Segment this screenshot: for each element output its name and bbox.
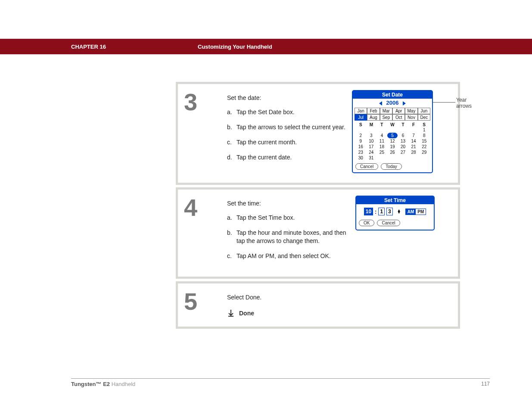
callout-label: Year arrows: [456, 97, 472, 109]
year-next-icon[interactable]: [403, 101, 406, 106]
calendar-day: [387, 127, 398, 133]
year-value: 2006: [386, 100, 399, 106]
calendar-day: [408, 127, 419, 133]
am-option[interactable]: AM: [406, 209, 416, 215]
time-colon: :: [375, 209, 376, 215]
calendar-day[interactable]: 20: [398, 144, 408, 149]
chevron-down-icon[interactable]: ▼: [397, 212, 401, 214]
calendar-day[interactable]: 5: [387, 133, 398, 138]
calendar-day[interactable]: 12: [387, 138, 398, 144]
calendar-day[interactable]: 31: [366, 155, 377, 161]
chapter-header: CHAPTER 16 Customizing Your Handheld: [0, 39, 532, 54]
calendar-day[interactable]: 8: [419, 133, 429, 138]
step-5-text: Select Done. Done: [227, 290, 261, 317]
dialog-title: Set Time: [356, 196, 434, 204]
step-5-lead: Select Done.: [227, 294, 261, 301]
minute-tens-box[interactable]: 1: [378, 208, 385, 215]
pm-option[interactable]: PM: [416, 209, 426, 215]
month-cell[interactable]: May: [405, 108, 417, 114]
month-cell[interactable]: Dec: [418, 114, 430, 121]
calendar-day[interactable]: 22: [419, 144, 429, 149]
calendar-row: 9101112131415: [355, 138, 429, 144]
calendar-day[interactable]: 4: [376, 133, 387, 138]
cancel-button[interactable]: Cancel: [355, 163, 378, 170]
set-date-dialog: Set Date 2006 Jan Feb Mar Apr May Jun Ju…: [352, 90, 433, 173]
month-cell[interactable]: Feb: [367, 108, 380, 114]
calendar-day[interactable]: 16: [355, 144, 366, 149]
calendar-day[interactable]: 2: [355, 133, 366, 138]
month-cell[interactable]: Aug: [367, 114, 380, 121]
calendar-day[interactable]: 29: [419, 149, 429, 155]
month-cell[interactable]: Jun: [418, 108, 430, 114]
set-time-dialog: Set Time 10 : 1 3 ▲ ▼ AM PM: [355, 196, 435, 230]
step-3: 3 Set the date: a.Tap the Set Date box. …: [176, 82, 460, 185]
chapter-title: Customizing Your Handheld: [198, 44, 272, 50]
calendar-day[interactable]: 7: [408, 133, 419, 138]
step-number: 4: [184, 196, 227, 267]
calendar-day[interactable]: 25: [376, 149, 387, 155]
day-of-week-header: S M T W T F S: [355, 122, 429, 127]
calendar-day[interactable]: 13: [398, 138, 408, 144]
calendar-body: 1234567891011121314151617181920212223242…: [353, 127, 432, 161]
step-4-figure: Set Time 10 : 1 3 ▲ ▼ AM PM: [348, 196, 450, 267]
step-number: 5: [184, 290, 227, 317]
minute-ones-box[interactable]: 3: [386, 208, 393, 215]
calendar-day[interactable]: 3: [366, 133, 377, 138]
month-cell[interactable]: Jan: [355, 108, 367, 114]
year-selector: 2006: [353, 99, 432, 107]
step-4: 4 Set the time: a.Tap the Set Time box. …: [176, 187, 460, 279]
calendar-row: 1: [355, 127, 429, 133]
calendar-day: [398, 127, 408, 133]
calendar-day: [366, 127, 377, 133]
calendar-row: 2345678: [355, 133, 429, 138]
hour-box[interactable]: 10: [364, 208, 373, 215]
calendar-day[interactable]: 23: [355, 149, 366, 155]
calendar-day[interactable]: 6: [398, 133, 408, 138]
month-cell[interactable]: Nov: [405, 114, 417, 121]
calendar-day[interactable]: 1: [419, 127, 429, 133]
time-stepper[interactable]: ▲ ▼: [397, 209, 401, 214]
calendar-day[interactable]: 19: [387, 144, 398, 149]
calendar-day[interactable]: 26: [387, 149, 398, 155]
year-prev-icon[interactable]: [379, 101, 382, 106]
calendar-day[interactable]: 15: [419, 138, 429, 144]
month-cell-selected[interactable]: Jul: [355, 114, 367, 121]
calendar-day[interactable]: 27: [398, 149, 408, 155]
footer-rule: [71, 378, 490, 379]
calendar-day[interactable]: 9: [355, 138, 366, 144]
calendar-day: [376, 155, 387, 161]
step-3-lead: Set the date:: [227, 94, 348, 101]
dialog-title: Set Date: [353, 91, 432, 99]
calendar-day[interactable]: 18: [376, 144, 387, 149]
month-cell[interactable]: Apr: [392, 108, 405, 114]
calendar-day: [387, 155, 398, 161]
calendar-day: [419, 155, 429, 161]
calendar-row: 3031: [355, 155, 429, 161]
chapter-label: CHAPTER 16: [71, 44, 106, 50]
calendar-day[interactable]: 28: [408, 149, 419, 155]
callout-line: [433, 102, 455, 103]
month-cell[interactable]: Oct: [392, 114, 405, 121]
ok-button[interactable]: OK: [359, 220, 374, 226]
steps-panel: 3 Set the date: a.Tap the Set Date box. …: [176, 82, 460, 331]
step-3-text: Set the date: a.Tap the Set Date box. b.…: [227, 90, 348, 173]
calendar-day[interactable]: 21: [408, 144, 419, 149]
calendar-day[interactable]: 11: [376, 138, 387, 144]
done-indicator: Done: [227, 309, 261, 317]
done-arrow-icon: [227, 309, 235, 317]
calendar-day[interactable]: 17: [366, 144, 377, 149]
cancel-button[interactable]: Cancel: [377, 220, 400, 226]
today-button[interactable]: Today: [381, 163, 402, 170]
step-number: 3: [184, 90, 227, 173]
calendar-day: [376, 127, 387, 133]
step-3-figure: Set Date 2006 Jan Feb Mar Apr May Jun Ju…: [348, 90, 450, 173]
month-grid: Jan Feb Mar Apr May Jun Jul Aug Sep Oct …: [355, 108, 430, 121]
month-cell[interactable]: Sep: [380, 114, 392, 121]
calendar-day[interactable]: 24: [366, 149, 377, 155]
month-cell[interactable]: Mar: [380, 108, 392, 114]
calendar-day[interactable]: 10: [366, 138, 377, 144]
calendar-day[interactable]: 14: [408, 138, 419, 144]
calendar-day: [408, 155, 419, 161]
ampm-toggle[interactable]: AM PM: [405, 209, 426, 215]
calendar-day[interactable]: 30: [355, 155, 366, 161]
